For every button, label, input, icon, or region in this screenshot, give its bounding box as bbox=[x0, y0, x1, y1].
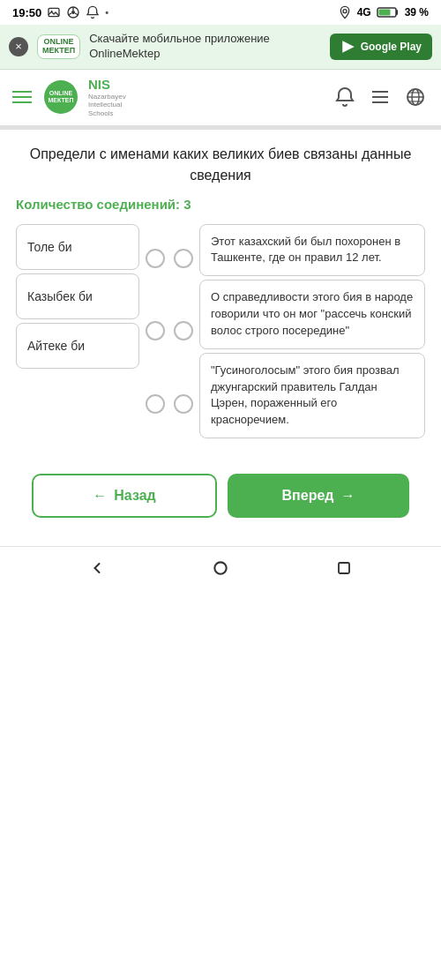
status-dot: • bbox=[105, 7, 108, 18]
forward-arrow-icon: → bbox=[340, 488, 355, 504]
next-button[interactable]: Вперед → bbox=[228, 474, 409, 518]
list-view-icon[interactable] bbox=[367, 84, 393, 110]
right-card-1: Этот казахский би был похоронен в Ташкен… bbox=[199, 224, 425, 277]
chrome-icon bbox=[66, 5, 80, 19]
svg-rect-13 bbox=[372, 101, 388, 103]
radio-3-2[interactable] bbox=[174, 394, 193, 414]
home-system-button[interactable] bbox=[208, 556, 233, 580]
svg-line-5 bbox=[75, 13, 78, 15]
system-recents-icon bbox=[336, 560, 352, 576]
ad-banner: × ONLINE МЕКТЕП Скачайте мобильное прило… bbox=[0, 25, 441, 70]
signal-label: 4G bbox=[357, 6, 371, 19]
back-arrow-icon: ← bbox=[93, 488, 107, 504]
back-button[interactable]: ← Назад bbox=[32, 474, 217, 518]
system-back-icon bbox=[88, 559, 106, 577]
radio-2-2[interactable] bbox=[174, 321, 193, 340]
svg-point-7 bbox=[343, 10, 347, 13]
left-card-1: Толе би bbox=[16, 224, 139, 270]
online-mektep-logo: ONLINE МЕКТЕП bbox=[44, 80, 78, 114]
radio-3-1[interactable] bbox=[146, 394, 165, 414]
status-bar: 19:50 • 4G 39 % bbox=[0, 0, 441, 25]
google-play-button[interactable]: Google Play bbox=[330, 34, 432, 60]
connections-count: Количество соединений: 3 bbox=[16, 197, 425, 212]
svg-rect-9 bbox=[396, 10, 398, 15]
ad-logo: ONLINE МЕКТЕП bbox=[37, 34, 80, 59]
language-globe-icon[interactable] bbox=[402, 84, 429, 110]
svg-point-3 bbox=[71, 11, 75, 14]
bell-icon bbox=[86, 5, 100, 19]
svg-rect-20 bbox=[339, 563, 349, 573]
photo-icon bbox=[47, 5, 61, 19]
nav-bar: ONLINE МЕКТЕП NIS NazarbayevIntellectual… bbox=[0, 70, 441, 126]
back-system-button[interactable] bbox=[85, 556, 109, 580]
notification-bell-icon[interactable] bbox=[332, 84, 358, 110]
radio-column-1 bbox=[143, 224, 168, 439]
left-cards-column: Толе би Казыбек би Айтеке би bbox=[16, 224, 139, 439]
question-title: Определи с именами каких великих биев св… bbox=[16, 144, 425, 186]
status-right-icons: 4G 39 % bbox=[338, 5, 429, 19]
left-card-3: Айтеке би bbox=[16, 323, 139, 369]
svg-point-19 bbox=[214, 562, 226, 573]
ad-close-button[interactable]: × bbox=[9, 37, 28, 56]
svg-rect-12 bbox=[372, 96, 388, 98]
left-card-2: Казыбек би bbox=[16, 273, 139, 319]
hamburger-menu[interactable] bbox=[12, 91, 32, 103]
svg-rect-11 bbox=[372, 91, 388, 93]
radio-column-2 bbox=[171, 224, 196, 439]
main-content: Определи с именами каких великих биев св… bbox=[0, 130, 441, 547]
radio-1-1[interactable] bbox=[146, 249, 165, 268]
right-card-2: О справедливости этого бия в народе гово… bbox=[199, 280, 425, 349]
location-icon bbox=[338, 5, 352, 19]
radio-1-2[interactable] bbox=[174, 249, 193, 268]
nis-logo: NIS NazarbayevIntellectualSchools bbox=[88, 77, 126, 118]
battery-icon bbox=[377, 6, 400, 19]
battery-label: 39 % bbox=[405, 6, 429, 19]
svg-line-6 bbox=[69, 13, 72, 15]
right-cards-column: Этот казахский би был похоронен в Ташкен… bbox=[199, 224, 425, 439]
ad-text: Скачайте мобильное приложение OnlineMekt… bbox=[89, 32, 320, 62]
right-card-3: "Гусиноголосым" этого бия прозвал джунга… bbox=[199, 353, 425, 438]
status-time: 19:50 • bbox=[12, 5, 108, 19]
matching-grid: Толе би Казыбек би Айтеке би Этот казахс… bbox=[16, 224, 425, 439]
system-nav-bar bbox=[0, 546, 441, 589]
svg-rect-10 bbox=[378, 10, 390, 16]
radio-2-1[interactable] bbox=[146, 321, 165, 340]
recents-system-button[interactable] bbox=[332, 556, 356, 580]
bottom-navigation: ← Назад Вперед → bbox=[16, 460, 425, 532]
system-home-icon bbox=[212, 559, 229, 577]
play-store-icon bbox=[340, 39, 356, 55]
